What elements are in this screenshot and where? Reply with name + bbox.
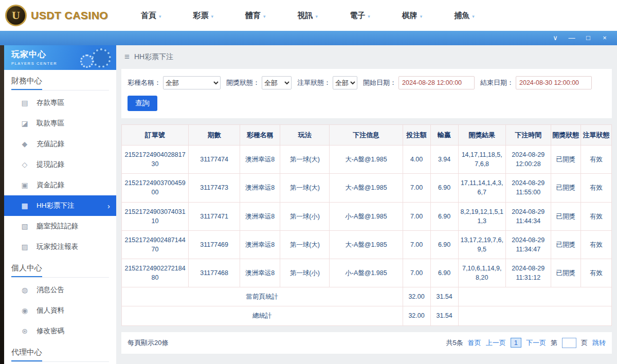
cell-order-no: 2152172490402881730 [122, 145, 189, 174]
grand-total-row: 總統計 32.00 31.54 [122, 306, 612, 325]
sidebar-item-player-bet-report[interactable]: ▨ 玩家投注報表 [4, 236, 116, 257]
nav-item-label: 捕魚 [454, 11, 469, 21]
bets-table-body: 215217249040288173031177474澳洲幸运8第一球(大)大-… [122, 145, 612, 287]
cell-bet-amount: 7.00 [403, 202, 430, 230]
cell-bet-info: 小-A盤@1.985 [330, 259, 403, 287]
sidebar-item-announcements[interactable]: ◍ 消息公告 [4, 280, 116, 300]
sidebar-item-label: 玩家投注報表 [37, 242, 78, 251]
grand-total-win-loss: 31.54 [430, 306, 458, 325]
draw-status-select[interactable]: 全部 [262, 76, 292, 89]
sidebar-item-change-password[interactable]: ⊛ 修改密碼 [4, 321, 116, 341]
cell-bet-info: 大-A盤@1.985 [330, 145, 403, 174]
end-date-label: 結束日期： [480, 78, 514, 87]
logo-text: USDT CASINO [31, 9, 108, 22]
order-status-label: 注單狀態： [297, 78, 331, 87]
cell-lottery-name: 澳洲幸运8 [240, 230, 280, 259]
jump-suffix-label: 页 [581, 338, 588, 348]
window-close-button[interactable]: × [596, 31, 613, 45]
app-window: U USDT CASINO 首頁 ▾ 彩票 ▾ 體育 ▾ 視訊 ▾ 電子 [0, 0, 617, 364]
pagination-current-page[interactable]: 1 [511, 338, 521, 348]
cell-lottery-name: 澳洲幸运8 [240, 145, 280, 174]
section-label: 代理中心 [11, 348, 42, 361]
nav-item-fishing[interactable]: 捕魚 ▾ [454, 11, 475, 21]
cell-draw-status: 已開獎 [551, 259, 580, 287]
grand-total-label: 總統計 [122, 306, 403, 325]
chevron-down-icon: ▾ [420, 14, 423, 19]
start-date-input[interactable] [398, 76, 475, 89]
grand-total-empty-cell [458, 306, 611, 325]
cell-play-type: 第一球(大) [280, 230, 330, 259]
page-total-win-loss: 31.54 [430, 287, 458, 306]
page-jump-button[interactable]: 跳转 [592, 338, 606, 348]
cell-period: 31177471 [189, 202, 240, 230]
sidebar-item-fund-records[interactable]: ▣ 資金記錄 [4, 175, 116, 195]
sidebar-item-label: HH彩票下注 [37, 201, 75, 210]
cell-bet-info: 大-A盤@1.985 [330, 174, 403, 202]
window-collapse-button[interactable]: ∨ [547, 31, 564, 45]
col-header-draw-result: 開獎結果 [458, 125, 505, 145]
cell-period: 31177474 [189, 145, 240, 174]
cell-order-status: 有效 [580, 145, 611, 174]
sidebar-item-recharge-records[interactable]: ◆ 充值記錄 [4, 134, 116, 154]
cell-order-no: 2152172490307403110 [122, 202, 189, 230]
sidebar-item-label: 資金記錄 [37, 180, 64, 190]
user-icon: ◉ [21, 306, 29, 315]
nav-item-label: 電子 [350, 11, 365, 21]
sidebar-header: 玩家中心 PLAYERS CENTER [4, 45, 116, 70]
section-heading-personal: 個人中心 [11, 263, 109, 278]
cell-bet-time: 2024-08-29 11:34:47 [505, 230, 551, 259]
sidebar-item-withdraw[interactable]: ◪ 取款專區 [4, 113, 116, 134]
window-minimize-button[interactable]: — [564, 31, 580, 45]
cell-draw-status: 已開獎 [551, 230, 580, 259]
grand-total-bet-amount: 32.00 [403, 306, 430, 325]
cell-bet-amount: 7.00 [403, 230, 430, 259]
cell-draw-status: 已開獎 [551, 202, 580, 230]
sidebar-item-label: 充值記錄 [37, 139, 64, 149]
nav-item-label: 體育 [245, 11, 261, 21]
cell-draw-result: 14,17,11,18,5,7,6,8 [458, 145, 505, 174]
gear-icon: ⊛ [21, 327, 29, 335]
nav-item-home[interactable]: 首頁 ▾ [141, 11, 161, 21]
order-status-select[interactable]: 全部 [333, 76, 357, 89]
cell-draw-result: 7,10,6,1,14,9,8,20 [458, 259, 505, 287]
sidebar-item-room-bet-records[interactable]: ▧ 廳室投註記錄 [4, 216, 116, 236]
cell-bet-time: 2024-08-29 11:55:00 [505, 174, 551, 202]
sidebar-item-label: 提現記錄 [37, 160, 64, 169]
recharge-record-icon: ◆ [21, 140, 29, 148]
page-title: HH彩票下注 [134, 52, 173, 62]
section-label: 財務中心 [11, 76, 42, 90]
bets-table-totals: 當前頁統計 32.00 31.54 總統計 32.00 31.54 [122, 287, 612, 325]
fund-record-icon: ▣ [21, 181, 29, 189]
sidebar-item-deposit[interactable]: ▤ 存款專區 [4, 93, 116, 113]
content-area: 玩家中心 PLAYERS CENTER 財務中心 ▤ 存款專區 ◪ 取款專區 ◆… [0, 45, 617, 364]
table-row: 215217249040288173031177474澳洲幸运8第一球(大)大-… [122, 145, 612, 174]
logo[interactable]: U USDT CASINO [5, 5, 114, 26]
window-maximize-button[interactable]: □ [580, 31, 596, 45]
top-navbar: U USDT CASINO 首頁 ▾ 彩票 ▾ 體育 ▾ 視訊 ▾ 電子 [0, 0, 617, 31]
nav-item-card-games[interactable]: 棋牌 ▾ [402, 11, 423, 21]
nav-item-slots[interactable]: 電子 ▾ [350, 11, 370, 21]
logo-monogram: U [12, 9, 20, 22]
withdrawal-record-icon: ◇ [21, 160, 29, 169]
sidebar-item-label: 修改密碼 [37, 326, 64, 336]
sidebar-item-hh-lottery-bets[interactable]: ▦ HH彩票下注 › [4, 195, 116, 216]
nav-item-live-video[interactable]: 視訊 ▾ [298, 11, 318, 21]
page-jump-input[interactable] [562, 338, 576, 348]
chevron-down-icon: ▾ [472, 14, 475, 19]
section-heading-finance: 財務中心 [11, 76, 109, 90]
menu-toggle-icon[interactable]: ≡ [124, 52, 130, 62]
cell-draw-result: 17,11,14,1,4,3,6,7 [458, 174, 505, 202]
end-date-input[interactable] [516, 76, 592, 89]
lottery-name-select[interactable]: 全部 [163, 76, 221, 89]
pagination-prev[interactable]: 上一页 [486, 338, 506, 348]
sidebar-item-profile[interactable]: ◉ 個人資料 [4, 300, 116, 321]
window-title-bar: ∨ — □ × [0, 31, 617, 45]
nav-item-sports[interactable]: 體育 ▾ [245, 11, 266, 21]
nav-item-lottery[interactable]: 彩票 ▾ [193, 11, 214, 21]
nav-item-label: 視訊 [298, 11, 313, 21]
pagination-next[interactable]: 下一页 [526, 338, 546, 348]
sidebar-item-withdrawal-records[interactable]: ◇ 提現記錄 [4, 154, 116, 175]
query-button[interactable]: 查詢 [128, 96, 157, 111]
pagination-first[interactable]: 首页 [468, 338, 481, 348]
cell-bet-time: 2024-08-29 11:44:34 [505, 202, 551, 230]
